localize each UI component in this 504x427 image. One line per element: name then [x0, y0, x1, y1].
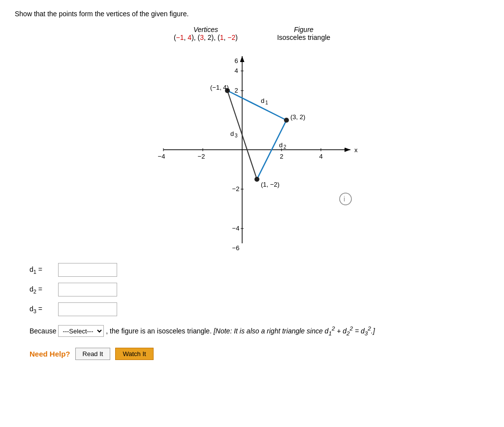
d1-subscript: 1	[265, 100, 268, 105]
d2-label: d	[279, 141, 283, 149]
d3-subscript: 3	[235, 133, 238, 138]
because-suffix: , the figure is an isosceles triangle.	[106, 327, 214, 335]
d1-label: d	[261, 97, 264, 104]
d3-label: d3 =	[30, 305, 54, 314]
label-1-neg2: (1, −2)	[261, 181, 280, 188]
problem-statement: Show that the points form the vertices o…	[15, 10, 489, 18]
x-label: −2	[198, 153, 205, 160]
d3-row: d3 =	[30, 302, 489, 316]
point-3-2	[284, 118, 289, 123]
x-label: 2	[280, 153, 283, 160]
label-neg1-4: (−1, 4)	[210, 84, 229, 91]
because-select[interactable]: ---Select--- d₁ = d₂ d₁ = d₃ d₂ = d₃	[58, 325, 104, 337]
read-it-button[interactable]: Read It	[75, 348, 111, 360]
statement-text: Show that the points form the vertices o…	[15, 10, 189, 18]
x-label: 4	[319, 153, 322, 160]
d2-row: d2 =	[30, 283, 489, 296]
figure-header: Figure	[277, 26, 330, 33]
label-3-2: (3, 2)	[290, 113, 305, 121]
y-label: 6	[234, 57, 238, 65]
need-help-label: Need Help?	[30, 350, 70, 358]
vertices-header: Vertices	[174, 26, 238, 33]
info-icon-text: i	[344, 195, 345, 203]
coordinate-graph: −4 −2 2 4 x 6 4 2 −2 −4 −6	[134, 46, 370, 253]
d3-label: d	[230, 130, 234, 137]
d2-label: d2 =	[30, 285, 54, 295]
d1-input[interactable]	[58, 263, 117, 277]
x-axis-label: x	[354, 146, 358, 154]
d1-row: d1 =	[30, 263, 489, 277]
y-label: 4	[234, 67, 238, 74]
y-label: 2	[234, 87, 238, 94]
d2-subscript: 2	[284, 144, 286, 150]
vertices-value: (−1, 4), (3, 2), (1, −2)	[174, 33, 238, 41]
d1-label: d1 =	[30, 265, 54, 275]
y-label: −4	[232, 225, 240, 232]
need-help-row: Need Help? Read It Watch It	[30, 348, 489, 360]
graph-container: −4 −2 2 4 x 6 4 2 −2 −4 −6	[15, 46, 489, 253]
because-note: [Note: It is also a right triangle since…	[214, 327, 375, 335]
figure-value: Isosceles triangle	[277, 33, 330, 41]
d3-input[interactable]	[58, 302, 117, 316]
y-label: −2	[232, 185, 240, 193]
input-section: d1 = d2 = d3 =	[30, 263, 489, 316]
because-prefix: Because	[30, 327, 56, 335]
because-row: Because ---Select--- d₁ = d₂ d₁ = d₃ d₂ …	[30, 324, 489, 338]
y-label: −6	[232, 244, 240, 252]
d2-input[interactable]	[58, 283, 117, 296]
x-label: −4	[158, 153, 165, 160]
watch-it-button[interactable]: Watch It	[115, 348, 153, 360]
info-icon-circle[interactable]	[340, 193, 351, 205]
point-1-neg2	[254, 177, 259, 182]
